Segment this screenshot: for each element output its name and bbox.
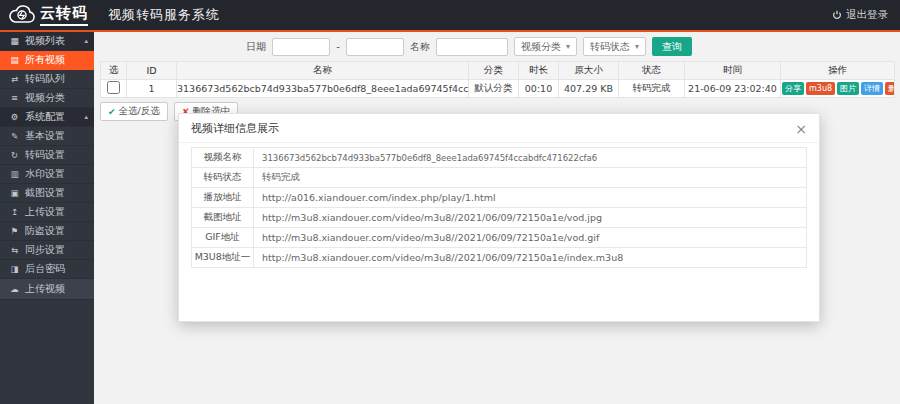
sidebar-item-label: 同步设置 xyxy=(25,243,65,257)
search-button[interactable]: 查询 xyxy=(652,37,692,56)
share-button[interactable]: 分享 xyxy=(782,82,804,95)
sidebar-item-label: 视频分类 xyxy=(25,91,65,105)
status-select[interactable]: 转码状态 ▾ xyxy=(583,37,646,56)
chevron-down-icon: ▾ xyxy=(635,42,639,51)
category-select-value: 视频分类 xyxy=(521,40,561,54)
sidebar-item-all-videos[interactable]: ▤所有视频 xyxy=(0,51,94,70)
column-header-8: 操作 xyxy=(781,62,895,80)
sidebar-item-watermark-settings[interactable]: ▥水印设置 xyxy=(0,165,94,184)
sidebar-item-admin-password[interactable]: ◨后台密码 xyxy=(0,260,94,279)
date-start-input[interactable] xyxy=(272,38,330,56)
cloud-logo-icon xyxy=(8,5,36,25)
close-icon[interactable]: × xyxy=(795,124,807,134)
video-table-wrap: 选ID名称分类时长原大小状态时间操作 13136673d562bcb74d933… xyxy=(100,61,894,98)
category-select[interactable]: 视频分类 ▾ xyxy=(514,37,577,56)
sidebar-item-label: 防盗设置 xyxy=(25,224,65,238)
sidebar-item-transcode-settings[interactable]: ↻转码设置 xyxy=(0,146,94,165)
time-cell: 21-06-09 23:02:40 xyxy=(685,80,781,98)
sidebar-item-label: 截图设置 xyxy=(25,186,65,200)
detail-value: http://m3u8.xiandouer.com/video/m3u8//20… xyxy=(254,248,807,268)
detail-value: http://m3u8.xiandouer.com/video/m3u8//20… xyxy=(254,228,807,248)
flag-icon: ⚑ xyxy=(9,226,20,236)
sidebar-item-label: 后台密码 xyxy=(25,262,65,276)
video-table: 选ID名称分类时长原大小状态时间操作 13136673d562bcb74d933… xyxy=(100,61,895,98)
check-icon: ✔ xyxy=(108,107,116,117)
sidebar-item-label: 基本设置 xyxy=(25,129,65,143)
lock-icon: ◨ xyxy=(9,264,20,274)
duration-cell: 00:10 xyxy=(519,80,559,98)
id-cell: 1 xyxy=(127,80,177,98)
column-header-5: 原大小 xyxy=(559,62,619,80)
actions-cell: 分享m3u8图片详情删除 xyxy=(781,80,895,98)
category-icon: ≡ xyxy=(9,93,20,103)
detail-value: 3136673d562bcb74d933ba577b0e6df8_8eee1ad… xyxy=(254,148,807,168)
sidebar-item-transcode-queue[interactable]: ⇄转码队列 xyxy=(0,70,94,89)
detail-value: 转码完成 xyxy=(254,168,807,188)
column-header-1: ID xyxy=(127,62,177,80)
sync-icon: ⇆ xyxy=(9,245,20,255)
video-detail-table: 视频名称3136673d562bcb74d933ba577b0e6df8_8ee… xyxy=(191,147,807,268)
logo-text: 云转码 xyxy=(40,4,88,26)
column-header-7: 时间 xyxy=(685,62,781,80)
detail-label: 视频名称 xyxy=(192,148,254,168)
queue-icon: ⇄ xyxy=(9,74,20,84)
date-end-input[interactable] xyxy=(346,38,404,56)
name-label: 名称 xyxy=(410,40,430,54)
modal-body: 视频名称3136673d562bcb74d933ba577b0e6df8_8ee… xyxy=(179,143,819,272)
image-icon: ▣ xyxy=(9,188,20,198)
m3u8-button[interactable]: m3u8 xyxy=(806,82,835,95)
collapse-arrow-icon: ▴ xyxy=(84,37,88,45)
sidebar-item-sync-settings[interactable]: ⇆同步设置 xyxy=(0,241,94,260)
sidebar-item-label: 视频列表 xyxy=(25,34,65,48)
sidebar-item-upload-settings[interactable]: ↥上传设置 xyxy=(0,203,94,222)
app-logo: 云转码 xyxy=(0,4,94,26)
delete-button[interactable]: 删除 xyxy=(885,82,894,95)
select-all-label: 全选/反选 xyxy=(119,105,160,118)
sidebar-item-upload-video[interactable]: ☁上传视频 xyxy=(0,279,94,300)
column-header-3: 分类 xyxy=(469,62,519,80)
sidebar-item-label: 转码队列 xyxy=(25,72,65,86)
chevron-down-icon: ▾ xyxy=(566,42,570,51)
list-icon: ▤ xyxy=(9,55,20,65)
column-header-4: 时长 xyxy=(519,62,559,80)
detail-row: 转码状态转码完成 xyxy=(192,168,807,188)
power-icon xyxy=(832,10,842,20)
detail-label: 播放地址 xyxy=(192,188,254,208)
detail-label: M3U8地址一 xyxy=(192,248,254,268)
page-title: 视频转码服务系统 xyxy=(108,6,220,24)
sidebar-item-label: 转码设置 xyxy=(25,148,65,162)
sidebar-item-video-category[interactable]: ≡视频分类 xyxy=(0,89,94,108)
detail-button[interactable]: 详情 xyxy=(861,82,883,95)
app-header: 云转码 视频转码服务系统 退出登录 xyxy=(0,0,900,32)
refresh-icon: ↻ xyxy=(9,150,20,160)
name-cell: 3136673d562bcb74d933ba577b0e6df8_8eee1ad… xyxy=(177,80,469,98)
modal-header: 视频详细信息展示 × xyxy=(179,114,819,143)
row-select-checkbox[interactable] xyxy=(107,81,120,94)
sidebar-item-video-list[interactable]: ▦视频列表▴ xyxy=(0,32,94,51)
column-header-2: 名称 xyxy=(177,62,469,80)
detail-row: 播放地址http://a016.xiandouer.com/index.php/… xyxy=(192,188,807,208)
name-search-input[interactable] xyxy=(436,38,508,56)
image-button[interactable]: 图片 xyxy=(837,82,859,95)
date-label: 日期 xyxy=(246,40,266,54)
detail-row: 视频名称3136673d562bcb74d933ba577b0e6df8_8ee… xyxy=(192,148,807,168)
sidebar-item-security-settings[interactable]: ⚑防盗设置 xyxy=(0,222,94,241)
column-header-0: 选 xyxy=(101,62,127,80)
collapse-arrow-icon: ▴ xyxy=(84,113,88,121)
column-header-6: 状态 xyxy=(619,62,685,80)
select-cell xyxy=(101,80,127,98)
detail-row: 截图地址http://m3u8.xiandouer.com/video/m3u8… xyxy=(192,208,807,228)
filter-bar: 日期 - 名称 视频分类 ▾ 转码状态 ▾ 查询 xyxy=(94,32,900,61)
table-header-row: 选ID名称分类时长原大小状态时间操作 xyxy=(101,62,895,80)
sidebar-item-screenshot-settings[interactable]: ▣截图设置 xyxy=(0,184,94,203)
watermark-icon: ▥ xyxy=(9,169,20,179)
select-all-button[interactable]: ✔ 全选/反选 xyxy=(100,102,168,121)
video-detail-modal: 视频详细信息展示 × 视频名称3136673d562bcb74d933ba577… xyxy=(178,113,820,322)
sidebar-item-basic-settings[interactable]: ✎基本设置 xyxy=(0,127,94,146)
sidebar-item-label: 水印设置 xyxy=(25,167,65,181)
table-row: 13136673d562bcb74d933ba577b0e6df8_8eee1a… xyxy=(101,80,895,98)
logout-button[interactable]: 退出登录 xyxy=(832,8,900,22)
detail-value: http://a016.xiandouer.com/index.php/play… xyxy=(254,188,807,208)
sidebar-item-system-config[interactable]: ⚙系统配置▴ xyxy=(0,108,94,127)
modal-title: 视频详细信息展示 xyxy=(191,121,279,136)
